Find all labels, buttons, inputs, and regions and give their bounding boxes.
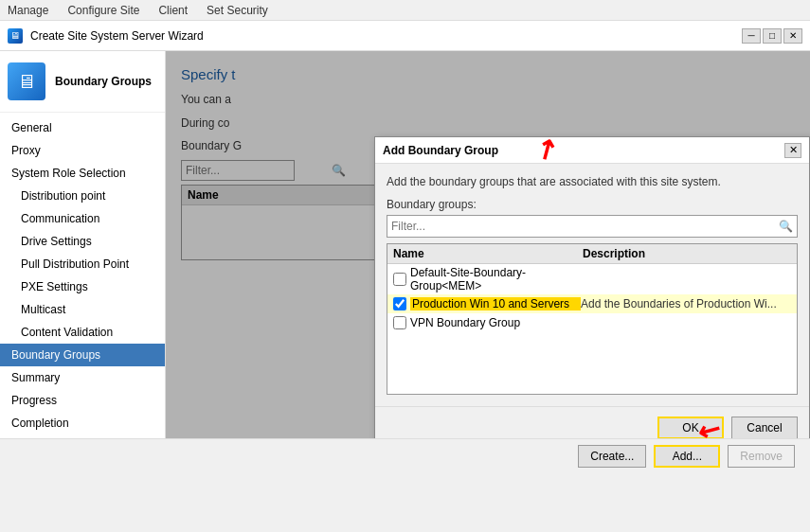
row2-name: Production Win 10 and Servers <box>410 297 581 310</box>
dialog-title-text: Add Boundary Group <box>383 144 498 157</box>
row3-checkbox[interactable] <box>393 316 406 329</box>
sidebar-item-content-validation[interactable]: Content Validation <box>0 321 165 344</box>
top-nav-security[interactable]: Set Security <box>207 4 268 17</box>
sidebar-item-boundary-groups[interactable]: Boundary Groups <box>0 344 165 366</box>
add-boundary-group-dialog: Add Boundary Group ✕ Add the boundary gr… <box>374 136 810 438</box>
sidebar: 🖥 Boundary Groups General Proxy System R… <box>0 51 166 438</box>
sidebar-item-multicast[interactable]: Multicast <box>0 298 165 321</box>
row2-description: Add the Boundaries of Production Wi... <box>581 297 791 310</box>
row1-name: Default-Site-Boundary-Group<MEM> <box>410 266 581 293</box>
dialog-description: Add the boundary groups that are associa… <box>387 175 798 188</box>
window-title: Create Site System Server Wizard <box>30 29 734 43</box>
row3-name: VPN Boundary Group <box>410 316 581 329</box>
column-header-description: Description <box>583 247 791 260</box>
cancel-button[interactable]: Cancel <box>731 417 798 438</box>
sidebar-title: Boundary Groups <box>55 75 152 88</box>
boundary-groups-field-label: Boundary groups: <box>387 198 798 211</box>
dialog-footer: OK Cancel <box>375 406 809 438</box>
list-item[interactable]: VPN Boundary Group <box>387 313 797 332</box>
sidebar-item-system-role[interactable]: System Role Selection <box>0 162 165 185</box>
window-icon: 🖥 <box>8 28 23 44</box>
list-item[interactable]: Default-Site-Boundary-Group<MEM> <box>387 264 797 294</box>
sidebar-item-distribution-point[interactable]: Distribution point <box>0 185 165 207</box>
sidebar-item-progress[interactable]: Progress <box>0 389 165 412</box>
sidebar-item-general[interactable]: General <box>0 116 165 139</box>
list-item[interactable]: Production Win 10 and Servers Add the Bo… <box>387 294 797 313</box>
close-button[interactable]: ✕ <box>783 28 802 44</box>
top-nav-manage[interactable]: Manage <box>8 4 48 17</box>
window-title-bar: 🖥 Create Site System Server Wizard ─ □ ✕ <box>0 21 810 51</box>
sidebar-item-pull-distribution[interactable]: Pull Distribution Point <box>0 253 165 275</box>
dialog-filter-search-icon: 🔍 <box>775 220 797 233</box>
sidebar-nav: General Proxy System Role Selection Dist… <box>0 113 165 438</box>
maximize-button[interactable]: □ <box>763 28 782 44</box>
list-header-row: Name Description <box>387 244 797 264</box>
boundary-groups-list: Name Description Default-Site-Boundary-G… <box>387 243 798 395</box>
row2-checkbox[interactable] <box>393 297 406 310</box>
main-panel: Specify t You can a During co Boundary G… <box>166 51 810 438</box>
remove-button[interactable]: Remove <box>728 445 795 468</box>
dialog-filter-input[interactable] <box>387 220 775 233</box>
sidebar-header: 🖥 Boundary Groups <box>0 51 165 113</box>
sidebar-item-communication[interactable]: Communication <box>0 207 165 230</box>
window-controls: ─ □ ✕ <box>742 28 802 44</box>
dialog-filter-bar: 🔍 <box>387 215 798 238</box>
sidebar-icon: 🖥 <box>8 62 45 100</box>
row1-checkbox[interactable] <box>393 273 406 286</box>
top-nav-configure[interactable]: Configure Site <box>67 4 139 17</box>
create-button[interactable]: Create... <box>578 445 646 468</box>
sidebar-item-drive-settings[interactable]: Drive Settings <box>0 230 165 253</box>
top-nav-client[interactable]: Client <box>158 4 188 17</box>
minimize-button[interactable]: ─ <box>742 28 761 44</box>
top-navigation: Manage Configure Site Client Set Securit… <box>0 0 810 21</box>
content-area: 🖥 Boundary Groups General Proxy System R… <box>0 51 810 438</box>
dialog-title-bar: Add Boundary Group ✕ <box>375 137 809 164</box>
sidebar-item-pxe-settings[interactable]: PXE Settings <box>0 275 165 298</box>
sidebar-item-proxy[interactable]: Proxy <box>0 139 165 162</box>
sidebar-item-completion[interactable]: Completion <box>0 412 165 434</box>
dialog-body: Add the boundary groups that are associa… <box>375 164 809 406</box>
bottom-bar: Create... Add... Remove ↙ <box>0 438 810 472</box>
dialog-close-button[interactable]: ✕ <box>784 143 801 158</box>
column-header-name: Name <box>393 247 583 260</box>
sidebar-item-summary[interactable]: Summary <box>0 366 165 389</box>
